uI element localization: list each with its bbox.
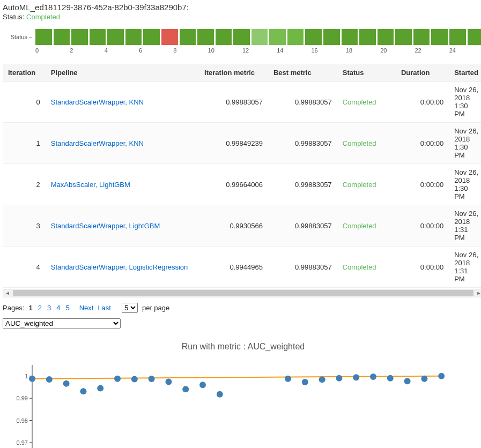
status-cell-22[interactable] — [431, 29, 448, 45]
iterations-table: Iteration Pipeline Iteration metric Best… — [3, 64, 481, 288]
status-cell-14[interactable] — [287, 29, 304, 45]
cell-iteration: 3 — [3, 205, 46, 247]
chart-point[interactable] — [114, 376, 121, 382]
table-row[interactable]: 2MaxAbsScaler, LightGBM0.996640060.99883… — [3, 164, 481, 205]
table-row[interactable]: 1StandardScalerWrapper, KNN0.998492390.9… — [3, 123, 481, 164]
status-cell-9[interactable] — [197, 29, 214, 45]
status-cell-19[interactable] — [378, 29, 394, 45]
table-row[interactable]: 0StandardScalerWrapper, KNN0.998830570.9… — [3, 81, 481, 123]
chart-point[interactable] — [421, 376, 427, 382]
status-cell-5[interactable] — [125, 29, 142, 45]
col-pipeline[interactable]: Pipeline — [46, 64, 199, 81]
status-cell-7[interactable] — [161, 29, 178, 45]
status-cell-16[interactable] — [323, 29, 340, 45]
chart-point[interactable] — [165, 378, 172, 385]
table-horizontal-scrollbar[interactable]: ◄ ► — [3, 289, 481, 297]
status-cell-1[interactable] — [54, 29, 70, 45]
chart-point[interactable] — [438, 373, 445, 379]
cell-status: Completed — [337, 205, 396, 247]
status-cell-10[interactable] — [216, 29, 232, 45]
status-cell-18[interactable] — [359, 29, 376, 45]
chart-point[interactable] — [131, 376, 138, 383]
pagination-last[interactable]: Last — [98, 304, 111, 312]
chart-point[interactable] — [29, 376, 35, 382]
cell-duration: 0:00:00 — [396, 247, 449, 288]
run-header: AutoML_ed181129-3876-452a-82b0-39f33a829… — [3, 3, 481, 21]
status-cell-24[interactable] — [468, 29, 482, 45]
chart-point[interactable] — [336, 375, 342, 382]
pipeline-link[interactable]: StandardScalerWrapper, KNN — [51, 98, 144, 106]
status-xaxis-tick: 10 — [208, 47, 242, 54]
pagination-label: Pages: — [3, 304, 24, 312]
status-xaxis-tick: 16 — [312, 47, 346, 54]
pagination-page-5[interactable]: 5 — [65, 304, 69, 312]
metric-chart[interactable]: 0.940.950.960.970.980.9910510152025 — [3, 360, 469, 448]
chart-point[interactable] — [199, 382, 206, 388]
cell-status: Completed — [337, 247, 396, 288]
col-duration[interactable]: Duration — [396, 64, 449, 81]
cell-iter-metric: 0.9944965 — [199, 247, 268, 288]
scroll-right-arrow-icon[interactable]: ► — [475, 289, 481, 297]
chart-point[interactable] — [63, 380, 70, 387]
chart-point[interactable] — [285, 376, 291, 382]
status-cell-20[interactable] — [395, 29, 412, 45]
status-cell-15[interactable] — [305, 29, 322, 45]
per-page-select[interactable]: 5 — [122, 303, 138, 313]
chart-title: Run with metric : AUC_weighted — [3, 342, 481, 352]
status-heatmap-cells — [35, 29, 481, 45]
status-cell-17[interactable] — [342, 29, 358, 45]
chart-point[interactable] — [149, 376, 155, 382]
pipeline-link[interactable]: StandardScalerWrapper, LogisticRegressio… — [51, 263, 188, 271]
chart-best-line — [32, 376, 441, 379]
chart-point[interactable] — [182, 386, 189, 392]
col-started[interactable]: Started — [449, 64, 481, 81]
status-heatmap-xaxis: 024681012141618202224 — [35, 47, 481, 54]
status-cell-2[interactable] — [71, 29, 88, 45]
status-cell-11[interactable] — [233, 29, 250, 45]
chart-point[interactable] — [217, 391, 223, 398]
col-best-metric[interactable]: Best metric — [268, 64, 337, 81]
col-iteration[interactable]: Iteration — [3, 64, 46, 81]
chart-y-tick: 0.98 — [17, 417, 28, 424]
status-xaxis-tick: 4 — [105, 47, 139, 54]
chart-point[interactable] — [46, 376, 53, 383]
pipeline-link[interactable]: StandardScalerWrapper, LightGBM — [51, 222, 160, 230]
status-heatmap: Status – — [3, 29, 481, 45]
scroll-thumb[interactable] — [13, 290, 473, 296]
pipeline-link[interactable]: StandardScalerWrapper, KNN — [51, 139, 144, 147]
pagination-next[interactable]: Next — [79, 304, 94, 312]
pagination-page-3[interactable]: 3 — [47, 304, 51, 312]
status-cell-23[interactable] — [449, 29, 466, 45]
chart-point[interactable] — [97, 385, 103, 392]
chart-point[interactable] — [404, 378, 411, 384]
chart-point[interactable] — [387, 375, 394, 382]
pagination-page-2[interactable]: 2 — [38, 304, 42, 312]
chart-point[interactable] — [302, 379, 308, 385]
pipeline-link[interactable]: MaxAbsScaler, LightGBM — [51, 181, 130, 189]
metric-select[interactable]: AUC_weighted — [3, 318, 121, 328]
status-cell-21[interactable] — [413, 29, 430, 45]
status-cell-12[interactable] — [251, 29, 268, 45]
status-cell-0[interactable] — [35, 29, 52, 45]
metric-chart-svg[interactable]: 0.940.950.960.970.980.9910510152025 — [3, 360, 469, 448]
table-row[interactable]: 3StandardScalerWrapper, LightGBM0.993056… — [3, 205, 481, 247]
status-cell-3[interactable] — [90, 29, 106, 45]
pagination-page-4[interactable]: 4 — [56, 304, 60, 312]
status-xaxis-tick: 18 — [346, 47, 380, 54]
chart-point[interactable] — [80, 388, 86, 394]
scroll-left-arrow-icon[interactable]: ◄ — [3, 289, 12, 297]
status-cell-6[interactable] — [143, 29, 160, 45]
col-status[interactable]: Status — [337, 64, 396, 81]
status-cell-8[interactable] — [180, 29, 196, 45]
chart-point[interactable] — [353, 374, 359, 380]
chart-point[interactable] — [319, 376, 325, 383]
table-row[interactable]: 4StandardScalerWrapper, LogisticRegressi… — [3, 247, 481, 288]
col-iter-metric[interactable]: Iteration metric — [199, 64, 268, 81]
pagination: Pages: 12345 Next Last 5 per page — [3, 303, 481, 313]
status-cell-13[interactable] — [269, 29, 286, 45]
cell-iteration: 1 — [3, 123, 46, 164]
status-cell-4[interactable] — [107, 29, 124, 45]
cell-started: Nov 26, 2018 1:30 PM — [449, 81, 481, 123]
cell-status: Completed — [337, 164, 396, 205]
chart-point[interactable] — [370, 374, 376, 380]
